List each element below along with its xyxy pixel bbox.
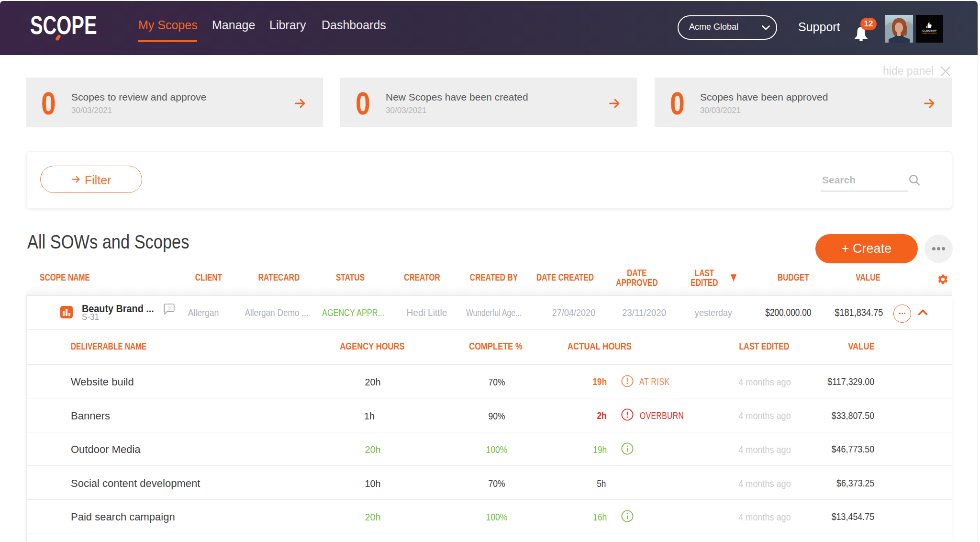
svg-text:3: 3 [168, 305, 171, 311]
svg-text:CREATIVE AGENCY: CREATIVE AGENCY [922, 33, 937, 34]
svg-text:GLOOMUP: GLOOMUP [922, 30, 936, 32]
